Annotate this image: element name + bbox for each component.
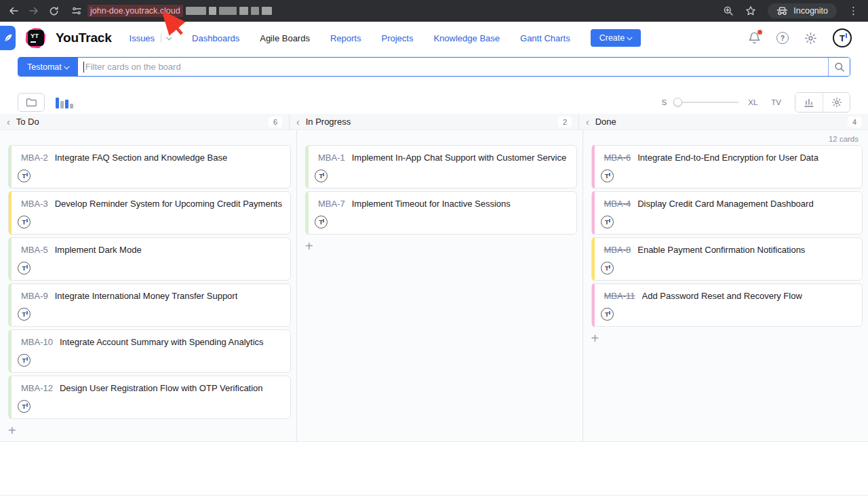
incognito-badge[interactable]: Incognito	[768, 3, 837, 18]
board-selector-button[interactable]: Testomat	[18, 58, 78, 76]
assignee-avatar[interactable]: T	[18, 262, 31, 275]
card-priority-stripe	[9, 329, 12, 373]
assignee-avatar[interactable]: T	[601, 216, 614, 228]
nav-item-reports[interactable]: Reports	[330, 33, 361, 43]
card-mba-5[interactable]: MBA-5Implement Dark ModeT	[8, 237, 291, 281]
card-mba-1[interactable]: MBA-1Implement In-App Chat Support with …	[305, 145, 577, 188]
card-id[interactable]: MBA-2	[21, 153, 48, 163]
card-id[interactable]: MBA-3	[21, 199, 48, 209]
card-title[interactable]: Integrate FAQ Section and Knowledge Base	[55, 153, 227, 163]
card-id[interactable]: MBA-4	[604, 199, 631, 209]
help-button[interactable]: ?	[776, 32, 789, 44]
card-title[interactable]: Implement In-App Chat Support with Custo…	[352, 153, 566, 163]
card-title[interactable]: Integrate End-to-End Encryption for User…	[637, 153, 818, 163]
card-mba-6[interactable]: MBA-6Integrate End-to-End Encryption for…	[591, 145, 863, 188]
add-card-button[interactable]: +	[305, 240, 319, 252]
notifications-button[interactable]	[748, 31, 761, 45]
assignee-avatar[interactable]: T	[315, 169, 328, 182]
card-size-slider[interactable]	[673, 102, 738, 103]
backlog-button[interactable]	[18, 93, 45, 112]
add-card-button[interactable]: +	[8, 424, 22, 437]
card-mba-7[interactable]: MBA-7Implement Timeout for Inactive Sess…	[305, 191, 577, 235]
assignee-avatar[interactable]: T	[18, 169, 31, 182]
card-id[interactable]: MBA-8	[604, 245, 631, 255]
back-icon[interactable]	[8, 5, 19, 16]
assignee-avatar[interactable]: T	[18, 400, 31, 413]
collapse-chevron-icon[interactable]: ‹	[586, 117, 589, 127]
card-title[interactable]: Develop Reminder System for Upcoming Cre…	[55, 199, 282, 209]
card-priority-stripe	[9, 145, 12, 188]
card-id[interactable]: MBA-7	[318, 199, 345, 209]
board-selector-label: Testomat	[27, 62, 62, 72]
assignee-avatar[interactable]: T	[601, 308, 614, 321]
card-id[interactable]: MBA-11	[604, 291, 635, 301]
nav-item-agile-boards[interactable]: Agile Boards	[260, 33, 310, 43]
card-mba-9[interactable]: MBA-9Integrate International Money Trans…	[8, 283, 291, 327]
board-settings-button[interactable]	[823, 93, 850, 112]
card-id[interactable]: MBA-10	[21, 337, 53, 347]
card-title[interactable]: Display Credit Card Management Dashboard	[637, 199, 813, 209]
card-title[interactable]: Enable Payment Confirmation Notification…	[637, 245, 805, 255]
nav-item-knowledge-base[interactable]: Knowledge Base	[433, 33, 500, 43]
card-title[interactable]: Design User Registration Flow with OTP V…	[60, 383, 263, 393]
bookmark-star-icon[interactable]	[745, 5, 756, 16]
sidebar-extension-tab[interactable]	[0, 26, 16, 50]
column-done: MBA-6Integrate End-to-End Encryption for…	[583, 130, 868, 441]
card-mba-4[interactable]: MBA-4Display Credit Card Management Dash…	[591, 191, 863, 235]
card-priority-stripe	[592, 191, 595, 235]
card-title[interactable]: Integrate International Money Transfer S…	[55, 291, 238, 301]
card-title[interactable]: Implement Dark Mode	[55, 245, 142, 255]
user-avatar[interactable]: T	[833, 28, 852, 47]
assignee-avatar[interactable]: T	[601, 169, 614, 182]
nav-item-gantt-charts[interactable]: Gantt Charts	[520, 33, 570, 43]
card-mba-2[interactable]: MBA-2Integrate FAQ Section and Knowledge…	[8, 145, 291, 188]
youtrack-logo[interactable]: YT	[24, 26, 47, 49]
collapse-chevron-icon[interactable]: ‹	[7, 117, 10, 127]
bar-chart-icon	[56, 98, 59, 108]
card-id[interactable]: MBA-6	[604, 153, 631, 163]
browser-menu-icon[interactable]: ⋮	[848, 5, 859, 17]
search-button[interactable]	[828, 58, 850, 76]
card-priority-stripe	[306, 191, 309, 235]
card-mba-3[interactable]: MBA-3Develop Reminder System for Upcomin…	[8, 191, 291, 235]
filter-input[interactable]: Filter cards on the board	[78, 58, 828, 76]
chevron-down-icon	[166, 35, 172, 40]
card-id[interactable]: MBA-5	[21, 245, 48, 255]
assignee-avatar[interactable]: T	[18, 308, 31, 321]
assignee-avatar[interactable]: T	[315, 216, 328, 228]
forward-icon[interactable]	[28, 5, 39, 16]
chart-button[interactable]	[795, 93, 823, 112]
nav-item-dashboards[interactable]: Dashboards	[192, 33, 239, 43]
assignee-avatar[interactable]: T	[601, 262, 614, 275]
card-title[interactable]: Add Password Reset and Recovery Flow	[642, 291, 802, 301]
nav-item-projects[interactable]: Projects	[381, 33, 413, 43]
column-title: To Do	[16, 117, 39, 127]
address-bar-url[interactable]: john-doe.youtrack.cloud	[87, 5, 183, 17]
card-mba-11[interactable]: MBA-11Add Password Reset and Recovery Fl…	[591, 283, 863, 327]
reload-icon[interactable]	[49, 6, 59, 16]
card-id[interactable]: MBA-9	[21, 291, 48, 301]
create-button[interactable]: Create	[591, 29, 642, 47]
card-title[interactable]: Integrate Account Summary with Spending …	[60, 337, 264, 347]
zoom-page-icon[interactable]	[723, 5, 734, 16]
slider-knob[interactable]	[673, 98, 682, 106]
chart-view-toggle[interactable]	[56, 96, 73, 108]
column-title: In Progress	[306, 117, 351, 127]
card-mba-8[interactable]: MBA-8Enable Payment Confirmation Notific…	[591, 237, 863, 281]
text-caret	[83, 62, 84, 73]
card-id[interactable]: MBA-12	[21, 383, 53, 393]
assignee-avatar[interactable]: T	[18, 216, 31, 228]
card-mba-12[interactable]: MBA-12Design User Registration Flow with…	[8, 376, 291, 419]
nav-item-issues[interactable]: Issues	[130, 33, 172, 43]
collapse-chevron-icon[interactable]: ‹	[296, 117, 300, 127]
tv-mode-button[interactable]: TV	[771, 98, 781, 106]
main-nav: IssuesDashboardsAgile BoardsReportsProje…	[130, 33, 570, 43]
settings-button[interactable]	[804, 32, 817, 45]
board-tools-row: S XL TV	[18, 92, 850, 113]
assignee-avatar[interactable]: T	[18, 354, 31, 367]
card-mba-10[interactable]: MBA-10Integrate Account Summary with Spe…	[8, 329, 291, 373]
add-card-button[interactable]: +	[591, 332, 605, 344]
card-title[interactable]: Implement Timeout for Inactive Sessions	[352, 199, 511, 209]
card-id[interactable]: MBA-1	[318, 153, 345, 163]
site-info-icon[interactable]	[71, 5, 82, 16]
